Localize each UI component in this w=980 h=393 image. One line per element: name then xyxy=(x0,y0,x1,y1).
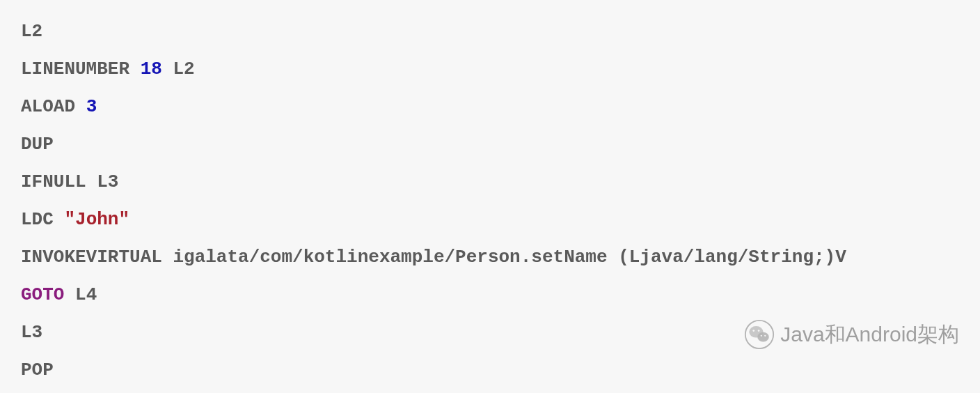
wechat-icon xyxy=(744,319,775,350)
instruction-token: POP xyxy=(21,360,54,380)
instruction-token: LINENUMBER xyxy=(21,59,141,79)
watermark: Java和Android架构 xyxy=(744,319,959,350)
svg-point-2 xyxy=(757,332,769,342)
number-token: 3 xyxy=(86,96,97,117)
instruction-token: ALOAD xyxy=(21,96,86,117)
code-line-6: INVOKEVIRTUAL igalata/com/kotlinexample/… xyxy=(21,247,959,268)
code-line-3: DUP xyxy=(21,134,959,155)
code-line-4: IFNULL L3 xyxy=(21,171,959,192)
svg-point-6 xyxy=(764,335,766,337)
code-line-1: LINENUMBER 18 L2 xyxy=(21,59,959,79)
instruction-token: LDC xyxy=(21,209,64,230)
code-line-5: LDC "John" xyxy=(21,209,959,230)
instruction-token: INVOKEVIRTUAL igalata/com/kotlinexample/… xyxy=(21,247,846,268)
watermark-text: Java和Android架构 xyxy=(780,321,959,349)
instruction-token: L4 xyxy=(64,284,97,305)
code-line-2: ALOAD 3 xyxy=(21,96,959,117)
code-line-0: L2 xyxy=(21,21,959,42)
string-token: "John" xyxy=(64,209,129,230)
goto-token: GOTO xyxy=(21,284,64,305)
svg-point-4 xyxy=(758,330,760,332)
label-token: L2 xyxy=(21,21,42,42)
svg-point-3 xyxy=(753,330,755,332)
instruction-token: L2 xyxy=(162,59,195,79)
code-line-9: POP xyxy=(21,360,959,380)
code-line-7: GOTO L4 xyxy=(21,284,959,305)
number-token: 18 xyxy=(141,59,162,79)
instruction-token: IFNULL L3 xyxy=(21,171,118,192)
label-token: L3 xyxy=(21,322,42,343)
instruction-token: DUP xyxy=(21,134,54,155)
svg-point-5 xyxy=(761,335,762,337)
